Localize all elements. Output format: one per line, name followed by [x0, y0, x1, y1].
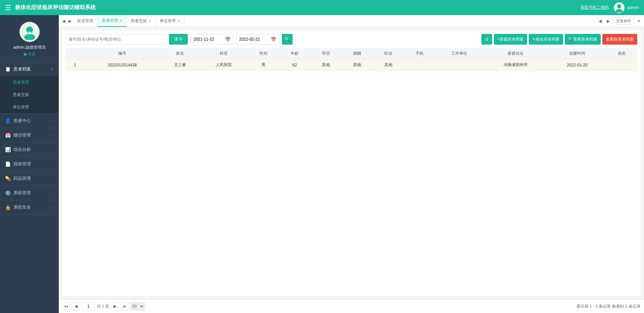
analysis-label: 综合分析: [13, 147, 31, 153]
sidebar-nav: 📋 患者档案 ▼ 患者管理 患者交接 单位管理 👤 患者中心: [0, 62, 59, 313]
tab-unit-management-close[interactable]: ✕: [177, 19, 180, 23]
patient-page: 读卡 📅 📅 🔍 ↺: [62, 31, 641, 296]
cell-phone: [404, 59, 435, 71]
search-input[interactable]: [66, 34, 166, 45]
tab-bar-right: ◀ ▶ 页签操作 ✕: [597, 17, 642, 24]
tab-patient-transfer-close[interactable]: ✕: [148, 19, 151, 23]
tab-scroll-left[interactable]: ◀: [597, 19, 603, 23]
tab-patient-transfer[interactable]: 患者交接 ✕: [127, 15, 156, 27]
refresh-button[interactable]: ↺: [481, 34, 492, 45]
tab-scroll-right[interactable]: ▶: [605, 19, 611, 23]
sidebar-username: admin;超级管理员: [13, 45, 45, 50]
admin-name: admin: [627, 5, 639, 10]
tab-nav-back[interactable]: ◀: [60, 19, 67, 23]
sidebar-group-header-patient-center[interactable]: 👤 患者中心 ›: [0, 114, 59, 128]
page-size-select[interactable]: 20 50 100: [130, 302, 145, 310]
view-patient-button[interactable]: 🔍查看患者档案: [565, 34, 601, 45]
cell-name: 王三春: [160, 59, 200, 71]
cell-gender: 男: [248, 59, 279, 71]
sidebar-group-header-report[interactable]: 📄 报表管理 ›: [0, 157, 59, 171]
edit-patient-button[interactable]: ✎修改患者档案: [529, 34, 563, 45]
report-left: 📄 报表管理: [5, 161, 31, 167]
new-patient-button[interactable]: +新建患者档案: [494, 34, 527, 45]
cell-department: 人民医院: [200, 59, 248, 71]
page-next-button[interactable]: ▶: [111, 302, 119, 310]
security-chevron: ›: [53, 206, 54, 209]
search-icon: 🔍: [285, 37, 290, 42]
table-body: 1 2022012014438 王三春 人民医院 男 62 其他 其他 其他 河…: [66, 59, 637, 71]
sidebar-group-header-drug[interactable]: 💊 药品管理 ›: [0, 171, 59, 186]
sidebar-item-unit-management[interactable]: 单位管理: [0, 101, 59, 113]
tab-unit-management-label: 单位管理: [160, 18, 176, 24]
admin-info: admin: [614, 2, 639, 13]
col-address: 家庭住址: [483, 48, 548, 59]
hamburger-menu[interactable]: ☰: [5, 4, 11, 12]
tab-nav-forward[interactable]: ▶: [67, 19, 73, 23]
drug-label: 药品管理: [13, 175, 31, 181]
system-chevron: ›: [53, 191, 54, 195]
patient-center-left: 👤 患者中心: [5, 118, 31, 124]
page-first-button[interactable]: ⏮: [62, 302, 70, 310]
col-name: 姓名: [160, 48, 200, 59]
qr-code-link[interactable]: 获取手机二维码: [581, 5, 609, 10]
svg-point-1: [616, 9, 622, 12]
app-title: 躯体化症状临床评估随访辅助系统: [15, 4, 96, 11]
col-created: 创建时间: [548, 48, 606, 59]
page-input[interactable]: [82, 302, 95, 310]
sidebar: admin;超级管理员 在线 📋 患者档案 ▼ 患者管理 患者交接: [0, 15, 59, 313]
drug-chevron: ›: [53, 177, 54, 180]
tab-welcome[interactable]: 欢迎首页: [73, 15, 98, 27]
date-start-input[interactable]: [194, 37, 224, 42]
report-icon: 📄: [5, 161, 11, 167]
tab-patient-management-close[interactable]: ✕: [120, 19, 122, 22]
page-last-button[interactable]: ⏭: [121, 302, 129, 310]
search-button[interactable]: 🔍: [282, 34, 293, 45]
cell-address: 河南省郑州市: [483, 59, 548, 71]
sidebar-group-header-patient-records[interactable]: 📋 患者档案 ▼: [0, 62, 59, 76]
sidebar-group-header-system[interactable]: ⚙️ 系统管理 ›: [0, 186, 59, 200]
security-label: 系统安全: [13, 204, 31, 210]
col-marriage: 婚姻: [341, 48, 373, 59]
cell-id: 2022012014438: [84, 59, 160, 71]
page-prev-button[interactable]: ◀: [72, 302, 80, 310]
col-id: 编号: [84, 48, 160, 59]
pagination: ⏮ ◀ 共 1 页 ▶ ⏭ 20 50 100 显示第 1 - 1 条记录 检索…: [59, 299, 644, 313]
sidebar-group-header-security[interactable]: 🔒 系统安全 ›: [0, 200, 59, 214]
delete-patient-button[interactable]: 🗑删除患者档案: [602, 34, 637, 45]
col-gender: 性别: [248, 48, 279, 59]
tab-ops-button[interactable]: 页签操作: [613, 17, 634, 24]
date-end-wrap: 📅: [236, 34, 279, 45]
header-left: ☰ 躯体化症状临床评估随访辅助系统: [5, 4, 96, 12]
tab-unit-management[interactable]: 单位管理 ✕: [156, 15, 184, 27]
pagination-summary: 显示第 1 - 1 条记录 检索到 1 条记录: [576, 304, 641, 309]
status-text: 在线: [28, 52, 35, 57]
sidebar-group-header-followup[interactable]: 📅 随访管理 ›: [0, 128, 59, 142]
table-header-row: 编号 姓名 科室 性别 年龄 学历 婚姻 职业 手机 工作单位 家庭住址 创建时…: [66, 48, 637, 59]
calendar-start-icon[interactable]: 📅: [225, 37, 230, 42]
read-card-button[interactable]: 读卡: [169, 34, 188, 45]
system-left: ⚙️ 系统管理: [5, 190, 31, 196]
calendar-end-icon[interactable]: 📅: [271, 37, 276, 42]
sidebar-group-security: 🔒 系统安全 ›: [0, 200, 59, 215]
sidebar-item-patient-transfer[interactable]: 患者交接: [0, 89, 59, 101]
header-right: 获取手机二维码 admin: [581, 2, 639, 13]
drug-left: 💊 药品管理: [5, 175, 31, 181]
col-index: [66, 48, 84, 59]
tab-patient-management[interactable]: 患者管理 ✕: [98, 15, 127, 27]
tab-close-all[interactable]: ✕: [636, 19, 642, 23]
table-row[interactable]: 1 2022012014438 王三春 人民医院 男 62 其他 其他 其他 河…: [66, 59, 637, 71]
cell-created: 2022-01-20: [548, 59, 606, 71]
sidebar-group-header-analysis[interactable]: 📊 综合分析 ›: [0, 143, 59, 157]
sidebar-group-patient-center: 👤 患者中心 ›: [0, 114, 59, 128]
sidebar-item-patient-management[interactable]: 患者管理: [0, 76, 59, 89]
top-header: ☰ 躯体化症状临床评估随访辅助系统 获取手机二维码 admin: [0, 0, 644, 15]
analysis-icon: 📊: [5, 147, 11, 152]
admin-avatar: [614, 2, 625, 13]
patient-center-icon: 👤: [5, 118, 11, 123]
report-chevron: ›: [53, 162, 54, 166]
sidebar-group-drug: 💊 药品管理 ›: [0, 171, 59, 186]
col-workplace: 工作单位: [435, 48, 483, 59]
date-end-input[interactable]: [239, 37, 269, 42]
cell-history: [606, 59, 637, 71]
sidebar-status: 在线: [24, 52, 35, 57]
